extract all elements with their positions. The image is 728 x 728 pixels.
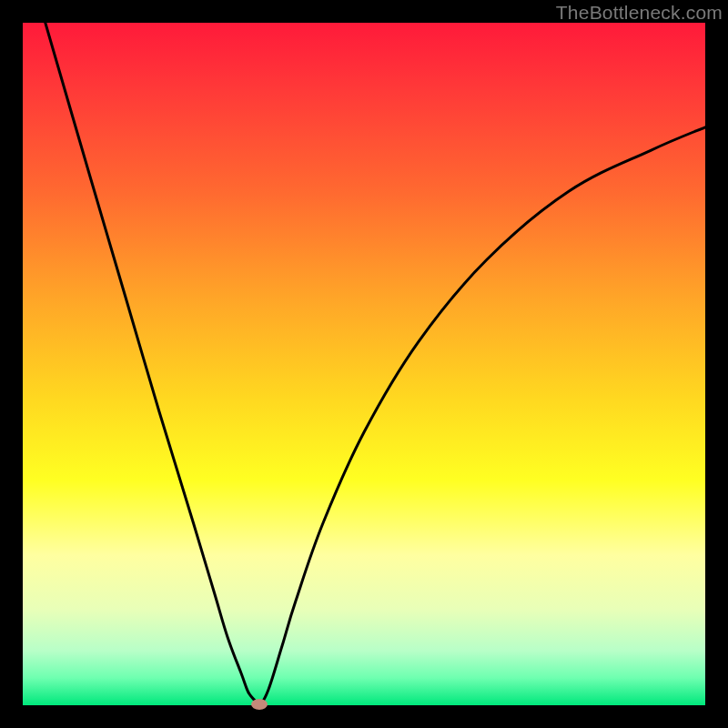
watermark-text: TheBottleneck.com (556, 2, 723, 24)
minimum-marker (251, 699, 268, 710)
bottleneck-curve (23, 23, 705, 705)
plot-frame (23, 23, 705, 705)
